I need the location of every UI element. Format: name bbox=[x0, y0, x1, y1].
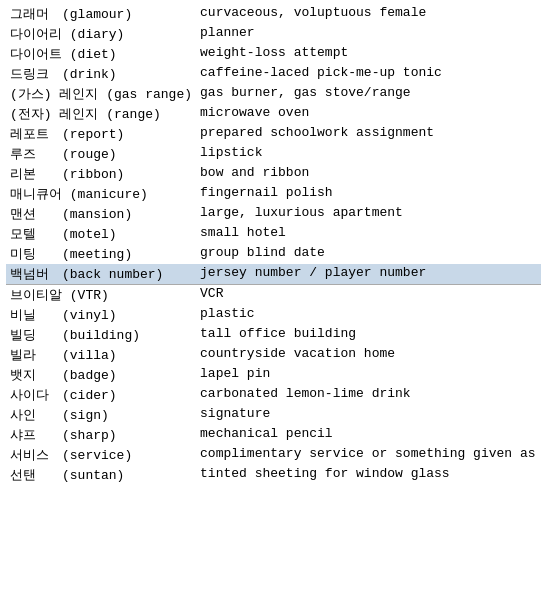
korean-term: 레포트 (report) bbox=[6, 124, 196, 144]
table-row: 그래머 (glamour)curvaceous, voluptuous fema… bbox=[6, 4, 541, 24]
table-row: 샤프 (sharp)mechanical pencil bbox=[6, 425, 541, 445]
table-row: 사이다 (cider)carbonated lemon-lime drink bbox=[6, 385, 541, 405]
english-definition: plastic bbox=[196, 305, 541, 325]
table-row: 미팅 (meeting)group blind date bbox=[6, 244, 541, 264]
english-definition: lipstick bbox=[196, 144, 541, 164]
korean-term: 루즈 (rouge) bbox=[6, 144, 196, 164]
english-definition: mechanical pencil bbox=[196, 425, 541, 445]
english-definition: carbonated lemon-lime drink bbox=[196, 385, 541, 405]
table-row: 루즈 (rouge)lipstick bbox=[6, 144, 541, 164]
korean-term: 다이어리 (diary) bbox=[6, 24, 196, 44]
korean-term: 리본 (ribbon) bbox=[6, 164, 196, 184]
english-definition: signature bbox=[196, 405, 541, 425]
table-row: 맨션 (mansion)large, luxurious apartment bbox=[6, 204, 541, 224]
korean-term: 브이티알 (VTR) bbox=[6, 285, 196, 306]
english-definition: group blind date bbox=[196, 244, 541, 264]
korean-term: 매니큐어 (manicure) bbox=[6, 184, 196, 204]
korean-term: 뱃지 (badge) bbox=[6, 365, 196, 385]
table-row: 사인 (sign)signature bbox=[6, 405, 541, 425]
table-row: 빌딩 (building)tall office building bbox=[6, 325, 541, 345]
korean-term: 빌딩 (building) bbox=[6, 325, 196, 345]
korean-term: 사이다 (cider) bbox=[6, 385, 196, 405]
english-definition: bow and ribbon bbox=[196, 164, 541, 184]
korean-term: 서비스 (service) bbox=[6, 445, 196, 465]
english-definition: jersey number / player number bbox=[196, 264, 541, 285]
korean-term: (전자) 레인지 (range) bbox=[6, 104, 196, 124]
english-definition: fingernail polish bbox=[196, 184, 541, 204]
korean-term: 샤프 (sharp) bbox=[6, 425, 196, 445]
english-definition: tinted sheeting for window glass bbox=[196, 465, 541, 485]
korean-term: 빌라 (villa) bbox=[6, 345, 196, 365]
english-definition: caffeine-laced pick-me-up tonic bbox=[196, 64, 541, 84]
korean-term: 미팅 (meeting) bbox=[6, 244, 196, 264]
table-row: 다이어트 (diet)weight-loss attempt bbox=[6, 44, 541, 64]
table-row: (가스) 레인지 (gas range)gas burner, gas stov… bbox=[6, 84, 541, 104]
english-definition: complimentary service or something given… bbox=[196, 445, 541, 465]
english-definition: VCR bbox=[196, 285, 541, 306]
table-row: 선탠 (suntan)tinted sheeting for window gl… bbox=[6, 465, 541, 485]
english-definition: gas burner, gas stove/range bbox=[196, 84, 541, 104]
table-row: 리본 (ribbon)bow and ribbon bbox=[6, 164, 541, 184]
korean-term: 맨션 (mansion) bbox=[6, 204, 196, 224]
table-row: 매니큐어 (manicure)fingernail polish bbox=[6, 184, 541, 204]
korean-term: 선탠 (suntan) bbox=[6, 465, 196, 485]
korean-term: 그래머 (glamour) bbox=[6, 4, 196, 24]
english-definition: prepared schoolwork assignment bbox=[196, 124, 541, 144]
korean-term: 다이어트 (diet) bbox=[6, 44, 196, 64]
english-definition: planner bbox=[196, 24, 541, 44]
table-row: 다이어리 (diary)planner bbox=[6, 24, 541, 44]
korean-term: 모텔 (motel) bbox=[6, 224, 196, 244]
table-row: 빌라 (villa)countryside vacation home bbox=[6, 345, 541, 365]
english-definition: tall office building bbox=[196, 325, 541, 345]
table-row: 드링크 (drink)caffeine-laced pick-me-up ton… bbox=[6, 64, 541, 84]
english-definition: weight-loss attempt bbox=[196, 44, 541, 64]
table-row: 레포트 (report)prepared schoolwork assignme… bbox=[6, 124, 541, 144]
table-row: 비닐 (vinyl)plastic bbox=[6, 305, 541, 325]
english-definition: curvaceous, voluptuous female bbox=[196, 4, 541, 24]
korean-term: 사인 (sign) bbox=[6, 405, 196, 425]
table-row: 모텔 (motel)small hotel bbox=[6, 224, 541, 244]
english-definition: lapel pin bbox=[196, 365, 541, 385]
korean-term: 백넘버 (back number) bbox=[6, 264, 196, 285]
korean-term: 비닐 (vinyl) bbox=[6, 305, 196, 325]
english-definition: large, luxurious apartment bbox=[196, 204, 541, 224]
main-content: 그래머 (glamour)curvaceous, voluptuous fema… bbox=[0, 0, 541, 489]
vocabulary-table: 그래머 (glamour)curvaceous, voluptuous fema… bbox=[6, 4, 541, 485]
english-definition: countryside vacation home bbox=[196, 345, 541, 365]
korean-term: 드링크 (drink) bbox=[6, 64, 196, 84]
korean-term: (가스) 레인지 (gas range) bbox=[6, 84, 196, 104]
english-definition: microwave oven bbox=[196, 104, 541, 124]
english-definition: small hotel bbox=[196, 224, 541, 244]
table-row: 서비스 (service)complimentary service or so… bbox=[6, 445, 541, 465]
table-row: 백넘버 (back number)jersey number / player … bbox=[6, 264, 541, 285]
table-row: 뱃지 (badge)lapel pin bbox=[6, 365, 541, 385]
table-row: 브이티알 (VTR)VCR bbox=[6, 285, 541, 306]
table-row: (전자) 레인지 (range)microwave oven bbox=[6, 104, 541, 124]
